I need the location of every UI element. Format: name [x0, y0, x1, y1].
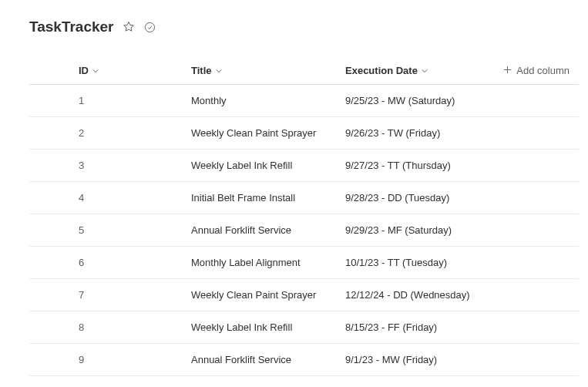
cell-execution-date: 8/15/23 - FF (Friday)	[345, 311, 499, 344]
page-header: TaskTracker	[29, 19, 579, 35]
table-row[interactable]: 2Weekly Clean Paint Sprayer9/26/23 - TW …	[29, 117, 579, 150]
column-header-execution-date-label: Execution Date	[345, 65, 418, 76]
cell-title: Weekly Clean Paint Sprayer	[191, 117, 345, 150]
cell-title: Weekly Label Ink Refill	[191, 311, 345, 344]
cell-execution-date: 10/1/23 - TT (Tuesday)	[345, 247, 499, 279]
cell-execution-date: 9/27/23 - TT (Thursday)	[345, 150, 499, 182]
cell-execution-date: 12/12/24 - DD (Wednesday)	[345, 279, 499, 311]
cell-empty	[499, 150, 579, 182]
column-header-title[interactable]: Title	[191, 57, 345, 85]
cell-empty	[499, 117, 579, 150]
table-row[interactable]: 7Weekly Clean Paint Sprayer12/12/24 - DD…	[29, 279, 579, 311]
cell-title: Initial Belt Frame Install	[191, 182, 345, 214]
cell-id: 6	[29, 247, 191, 279]
cell-id: 7	[29, 279, 191, 311]
table-row[interactable]: 9Annual Forklift Service9/1/23 - MW (Fri…	[29, 344, 579, 376]
cell-empty	[499, 247, 579, 279]
column-header-id-label: ID	[79, 65, 89, 76]
cell-title: Weekly Clean Paint Sprayer	[191, 279, 345, 311]
check-circle-icon[interactable]	[143, 20, 157, 34]
cell-empty	[499, 85, 579, 117]
table-row[interactable]: 5Annual Forklift Service9/29/23 - MF (Sa…	[29, 214, 579, 247]
chevron-down-icon	[421, 67, 428, 75]
page-title: TaskTracker	[29, 19, 114, 35]
cell-id: 3	[29, 150, 191, 182]
cell-empty	[499, 311, 579, 344]
svg-point-0	[145, 22, 154, 32]
chevron-down-icon	[92, 67, 99, 75]
cell-execution-date: 9/1/23 - MW (Friday)	[345, 344, 499, 376]
cell-id: 8	[29, 311, 191, 344]
cell-execution-date: 9/26/23 - TW (Friday)	[345, 117, 499, 150]
column-header-title-label: Title	[191, 65, 212, 76]
cell-empty	[499, 182, 579, 214]
table-row[interactable]: 8Weekly Label Ink Refill8/15/23 - FF (Fr…	[29, 311, 579, 344]
cell-id: 1	[29, 85, 191, 117]
cell-empty	[499, 214, 579, 247]
column-header-id[interactable]: ID	[29, 57, 191, 85]
cell-id: 4	[29, 182, 191, 214]
column-header-execution-date[interactable]: Execution Date	[345, 57, 499, 85]
chevron-down-icon	[215, 67, 223, 75]
cell-title: Monthly Label Alignment	[191, 247, 345, 279]
table-header-row: ID Title Execution Date	[29, 57, 579, 85]
task-table: ID Title Execution Date	[29, 57, 579, 376]
cell-execution-date: 9/28/23 - DD (Tuesday)	[345, 182, 499, 214]
cell-execution-date: 9/25/23 - MW (Saturday)	[345, 85, 499, 117]
table-row[interactable]: 4Initial Belt Frame Install9/28/23 - DD …	[29, 182, 579, 214]
favorite-star-icon[interactable]	[122, 20, 136, 34]
plus-icon	[503, 65, 512, 76]
cell-id: 2	[29, 117, 191, 150]
column-header-add[interactable]: Add column	[499, 57, 579, 85]
cell-empty	[499, 344, 579, 376]
cell-empty	[499, 279, 579, 311]
cell-title: Annual Forklift Service	[191, 214, 345, 247]
table-row[interactable]: 3Weekly Label Ink Refill9/27/23 - TT (Th…	[29, 150, 579, 182]
cell-title: Weekly Label Ink Refill	[191, 150, 345, 182]
cell-execution-date: 9/29/23 - MF (Saturday)	[345, 214, 499, 247]
table-row[interactable]: 1Monthly9/25/23 - MW (Saturday)	[29, 85, 579, 117]
table-row[interactable]: 6Monthly Label Alignment10/1/23 - TT (Tu…	[29, 247, 579, 279]
cell-id: 9	[29, 344, 191, 376]
cell-title: Monthly	[191, 85, 345, 117]
cell-id: 5	[29, 214, 191, 247]
cell-title: Annual Forklift Service	[191, 344, 345, 376]
add-column-label: Add column	[516, 65, 570, 76]
